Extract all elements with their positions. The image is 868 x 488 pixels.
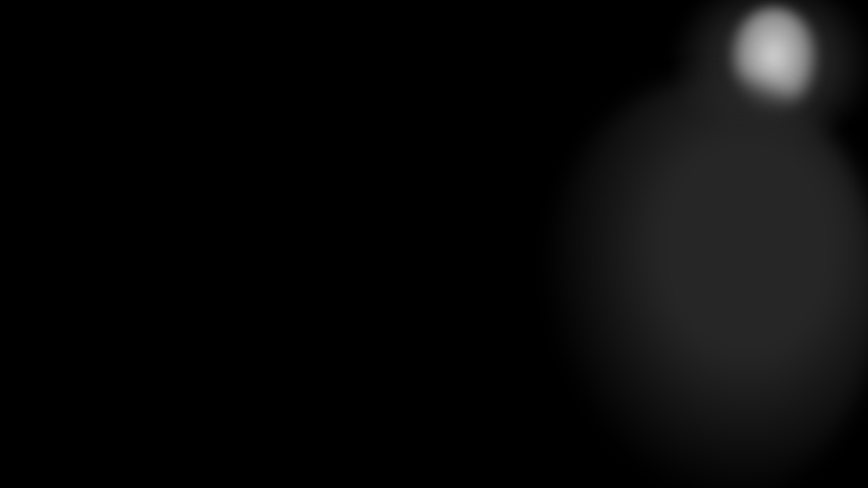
desktop: Device Manager x FileActionViewHelp ◄►?×… xyxy=(0,0,868,488)
wallpaper-figure xyxy=(791,127,865,233)
wallpaper xyxy=(0,0,868,488)
